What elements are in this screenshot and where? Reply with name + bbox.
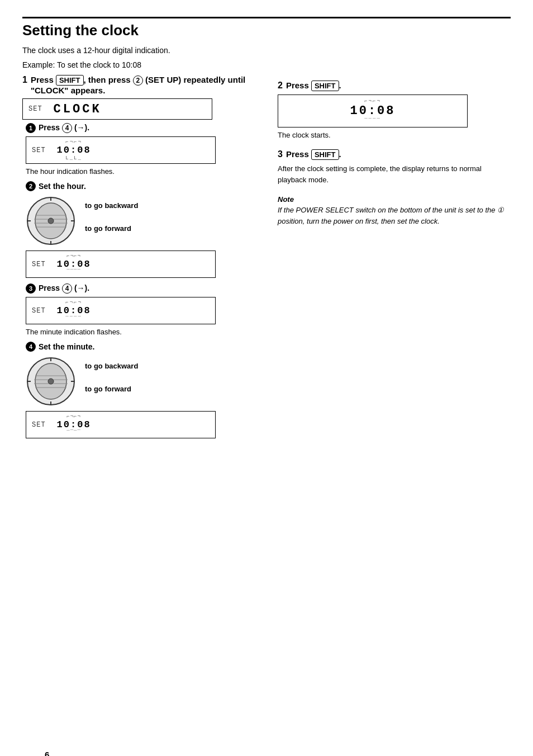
clock-starts-text: The clock starts. xyxy=(278,131,511,139)
substep-3-text: Press 4 (→). xyxy=(39,284,89,294)
step-1-number: 1 xyxy=(22,75,27,85)
step-2-label: 2 Press SHIFT. xyxy=(278,81,511,91)
dial-labels-1: to go backward to go forward xyxy=(85,196,138,233)
dial-backward-1: to go backward xyxy=(85,201,138,210)
shift-key-1: SHIFT xyxy=(56,75,84,86)
substep-3-label: 3 Press 4 (→). xyxy=(26,284,255,294)
intro-text: The clock uses a 12-hour digital indicat… xyxy=(22,46,511,55)
step-2-number: 2 xyxy=(278,81,283,91)
substep-3: 3 Press 4 (→). SET ⌐¬⌐¬ 10:08 ‾‾‾‾ The m… xyxy=(22,284,255,336)
substep-1: 1 Press 4 (→). SET ⌐¬⌐¬ 10:08 L_L_ The h… xyxy=(22,123,255,176)
note-section: Note If the POWER SELECT switch on the b… xyxy=(278,195,511,226)
lcd-clock-display: SET CLOCK xyxy=(22,98,212,120)
lcd-set-label-3: SET xyxy=(32,261,46,268)
left-column: 1 Press SHIFT, then press 2 (SET UP) rep… xyxy=(22,75,255,446)
lcd-set-label-4: SET xyxy=(32,307,46,315)
page-title: Setting the clock xyxy=(22,17,511,39)
dial-forward-1: to go forward xyxy=(85,224,138,233)
step-3-number: 3 xyxy=(278,149,283,159)
lcd-after-sethour: SET ⌐¬⌐¬ 10:08 ¯¯¯¯ xyxy=(26,251,216,278)
substep-2: 2 Set the hour. xyxy=(22,181,255,278)
substep-4-label: 4 Set the minute. xyxy=(26,342,255,352)
step-2-text: Press SHIFT. xyxy=(286,81,341,91)
page-number: 6 xyxy=(45,750,49,756)
substep-1-label: 1 Press 4 (→). xyxy=(26,123,255,133)
shift-key-2: SHIFT xyxy=(311,81,339,91)
substep-1-text: Press 4 (→). xyxy=(39,123,89,133)
step-1: 1 Press SHIFT, then press 2 (SET UP) rep… xyxy=(22,75,255,438)
bullet-1: 1 xyxy=(26,123,36,133)
right-column: 2 Press SHIFT. ⌐¬⌐¬ 10:08 ‾‾‾‾ The clock… xyxy=(278,75,511,446)
svg-point-17 xyxy=(48,379,54,384)
dial-backward-2: to go backward xyxy=(85,362,138,370)
note-title: Note xyxy=(278,195,511,204)
substep-4-text: Set the minute. xyxy=(39,342,94,351)
lcd-set-label-1: SET xyxy=(28,105,42,113)
dial-labels-2: to go backward to go forward xyxy=(85,356,138,393)
note-text: If the POWER SELECT switch on the bottom… xyxy=(278,205,511,226)
dial-icon-2 xyxy=(26,356,76,407)
step-1-label: 1 Press SHIFT, then press 2 (SET UP) rep… xyxy=(22,75,255,95)
lcd-step2-value: 10:08 xyxy=(350,104,395,118)
lcd-after-step3: SET ⌐¬⌐¬ 10:08 ‾‾‾‾ xyxy=(26,297,216,324)
hour-flash-text: The hour indication flashes. xyxy=(26,167,255,176)
example-text: Example: To set the clock to 10:08 xyxy=(22,60,511,69)
lcd-after-step1: SET ⌐¬⌐¬ 10:08 L_L_ xyxy=(26,136,216,164)
shift-key-3: SHIFT xyxy=(311,149,339,160)
lcd-step2: ⌐¬⌐¬ 10:08 ‾‾‾‾ xyxy=(278,94,468,127)
step-3: 3 Press SHIFT. After the clock setting i… xyxy=(278,149,511,185)
dial-row-2: to go backward to go forward xyxy=(26,356,255,407)
minute-flash-text: The minute indication flashes. xyxy=(26,328,255,336)
dial-forward-2: to go forward xyxy=(85,385,138,393)
svg-point-6 xyxy=(48,218,54,224)
bullet-4: 4 xyxy=(26,342,36,352)
bullet-2: 2 xyxy=(26,181,36,191)
substep-4: 4 Set the minute. xyxy=(22,342,255,438)
substep-2-label: 2 Set the hour. xyxy=(26,181,255,191)
lcd-set-label-2: SET xyxy=(32,147,46,154)
after-clock-text: After the clock setting is complete, the… xyxy=(278,163,511,185)
substep-2-text: Set the hour. xyxy=(39,182,86,191)
step-3-text: Press SHIFT. xyxy=(286,149,341,160)
step-3-label: 3 Press SHIFT. xyxy=(278,149,511,160)
step-2: 2 Press SHIFT. ⌐¬⌐¬ 10:08 ‾‾‾‾ The clock… xyxy=(278,81,511,139)
lcd-set-label-5: SET xyxy=(32,421,46,429)
step-1-text: Press SHIFT, then press 2 (SET UP) repea… xyxy=(31,75,255,95)
lcd-clock-value: CLOCK xyxy=(54,102,102,116)
dial-row-1: to go backward to go forward xyxy=(26,196,255,246)
bullet-3: 3 xyxy=(26,284,36,294)
dial-icon-1 xyxy=(26,196,76,246)
lcd-after-setminute: SET ⌐¬⌐¬ 10:08 ‾¯‾¯ xyxy=(26,411,216,438)
